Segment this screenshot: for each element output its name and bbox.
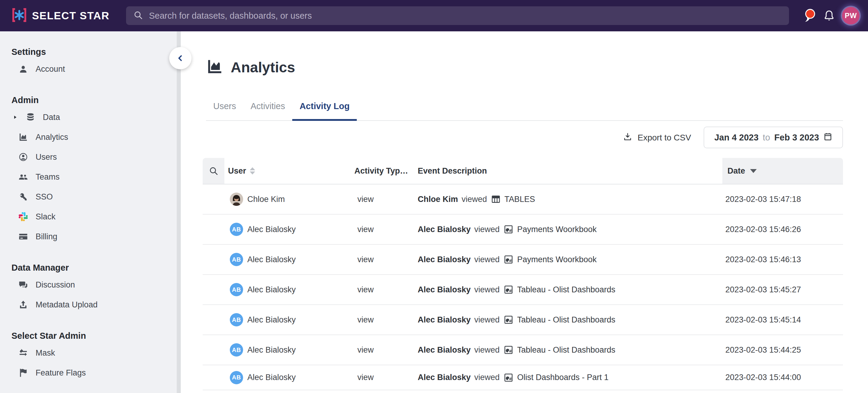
sidebar-section-admin: Admin Data Analytics (11, 93, 181, 247)
activity-type: view (358, 335, 374, 365)
sidebar-item-label: Feature Flags (36, 368, 86, 378)
column-label-user: User (228, 166, 246, 176)
download-icon (623, 132, 632, 143)
sort-icon-descending (750, 169, 757, 173)
activity-type: view (358, 215, 374, 244)
event-date: 2023-02-03 15:46:26 (725, 215, 801, 244)
sidebar-item-label: Users (36, 153, 57, 162)
table-row[interactable]: AB Alec Bialosky view Alec Bialosky view… (203, 335, 843, 365)
sidebar-item-account[interactable]: Account (11, 59, 181, 79)
notifications-bell-icon[interactable] (823, 9, 835, 22)
event-description: Alec Bialosky viewed Olist Dashboards - … (418, 365, 609, 390)
sidebar-item-label: SSO (36, 192, 53, 202)
sidebar-item-teams[interactable]: Teams (11, 167, 181, 187)
user-avatar-initials: AB (230, 283, 243, 296)
chevron-right-icon[interactable] (12, 114, 18, 120)
person-icon (18, 64, 28, 74)
sidebar-item-metadata-upload[interactable]: Metadata Upload (11, 295, 181, 315)
sidebar-item-label: Metadata Upload (36, 300, 98, 309)
event-description: Alec Bialosky viewed Tableau - Olist Das… (418, 305, 615, 334)
logo-text: SELECT STAR (32, 10, 110, 22)
chat-icon (18, 280, 28, 290)
sidebar-item-discussion[interactable]: Discussion (11, 275, 181, 295)
column-header-user[interactable]: User (228, 158, 255, 184)
column-header-activity-type: Activity Typ… (354, 158, 408, 184)
table-row[interactable]: AB Alec Bialosky view Alec Bialosky view… (203, 365, 843, 390)
column-label-activity-type: Activity Typ… (354, 166, 408, 176)
sidebar-section-data-manager: Data Manager Discussion Metad (11, 260, 181, 315)
sidebar-item-users[interactable]: Users (11, 147, 181, 167)
sidebar-scrollbar[interactable] (177, 31, 181, 393)
sidebar-collapse-button[interactable] (169, 47, 191, 69)
user-avatar-initials: AB (230, 253, 243, 266)
tab-activities[interactable]: Activities (243, 98, 292, 121)
section-title-settings: Settings (11, 44, 181, 59)
page-title: Analytics (231, 59, 295, 76)
sidebar-item-analytics[interactable]: Analytics (11, 127, 181, 147)
event-date: 2023-02-03 15:44:25 (725, 335, 801, 365)
user-avatar-initials: AB (230, 343, 243, 357)
sidebar-item-feature-flags[interactable]: Feature Flags (11, 363, 181, 383)
user-name: Alec Bialosky (247, 335, 296, 365)
user-avatar[interactable]: PW (842, 7, 860, 24)
table-row[interactable]: AB Alec Bialosky view Alec Bialosky view… (203, 305, 843, 335)
user-avatar-initials: AB (230, 371, 243, 384)
sidebar-item-label: Discussion (36, 280, 75, 290)
activity-type: view (358, 185, 374, 214)
table-row[interactable]: AB Alec Bialosky view Alec Bialosky view… (203, 215, 843, 245)
app-window: SELECT STAR (0, 0, 868, 393)
sidebar-item-label: Account (36, 65, 65, 74)
tab-users[interactable]: Users (206, 98, 243, 121)
event-date: 2023-02-03 15:45:27 (725, 275, 801, 304)
sidebar-item-sso[interactable]: SSO (11, 187, 181, 207)
user-circle-icon (18, 152, 28, 162)
topbar-actions: PW (803, 0, 860, 31)
event-date: 2023-02-03 15:46:13 (725, 245, 801, 274)
workbook-icon (503, 224, 514, 234)
column-header-event-description: Event Description (418, 158, 487, 184)
event-date: 2023-02-03 15:45:14 (725, 305, 801, 334)
table-row[interactable]: AB Alec Bialosky view Alec Bialosky view… (203, 245, 843, 275)
workbook-icon (503, 254, 514, 265)
user-avatar-initials: AB (230, 223, 243, 236)
database-icon (25, 112, 36, 122)
sidebar-item-label: Analytics (36, 133, 68, 142)
announcement-pin-icon[interactable] (803, 9, 816, 23)
activity-type: view (358, 275, 374, 304)
search-input[interactable] (149, 11, 782, 21)
event-description: Alec Bialosky viewed Payments Woorkbook (418, 215, 596, 244)
sidebar-item-label: Mask (36, 349, 55, 358)
date-range-separator: to (763, 133, 770, 142)
sidebar-item-billing[interactable]: Billing (11, 227, 181, 247)
select-star-logo[interactable]: SELECT STAR (11, 0, 110, 31)
activity-type: view (358, 305, 374, 334)
column-header-date[interactable]: Date (727, 158, 757, 184)
section-title-select-star-admin: Select Star Admin (11, 328, 181, 343)
table-row[interactable]: AB Alec Bialosky view Alec Bialosky view… (203, 275, 843, 305)
analytics-chart-icon (206, 58, 223, 76)
tab-activity-log[interactable]: Activity Log (292, 98, 357, 121)
sidebar-item-mask[interactable]: Mask (11, 343, 181, 363)
main-content: Analytics Users Activities Activity Log … (181, 31, 868, 393)
activity-type: view (358, 245, 374, 274)
table-row[interactable]: Chloe Kim view Chloe Kim viewed TABLES 2… (203, 185, 843, 215)
event-description: Alec Bialosky viewed Tableau - Olist Das… (418, 335, 615, 365)
flag-icon (18, 368, 28, 378)
event-description: Alec Bialosky viewed Payments Woorkbook (418, 245, 596, 274)
date-range-picker[interactable]: Jan 4 2023 to Feb 3 2023 (704, 127, 843, 148)
table-search-icon[interactable] (203, 158, 224, 184)
event-date: 2023-02-03 15:44:00 (725, 365, 801, 390)
sidebar-item-slack[interactable]: Slack (11, 207, 181, 227)
sort-icon-unsorted (250, 167, 255, 174)
user-name: Chloe Kim (247, 185, 285, 214)
sidebar-item-data[interactable]: Data (11, 107, 181, 127)
group-icon (18, 172, 28, 182)
user-name: Alec Bialosky (247, 275, 296, 304)
sidebar-item-label: Teams (36, 172, 60, 182)
sidebar-item-label: Billing (36, 232, 57, 241)
section-title-data-manager: Data Manager (11, 260, 181, 275)
date-range-start: Jan 4 2023 (714, 133, 758, 142)
avatar-initials: PW (842, 7, 860, 24)
user-name: Alec Bialosky (247, 305, 296, 334)
export-to-csv-button[interactable]: Export to CSV (623, 128, 691, 148)
